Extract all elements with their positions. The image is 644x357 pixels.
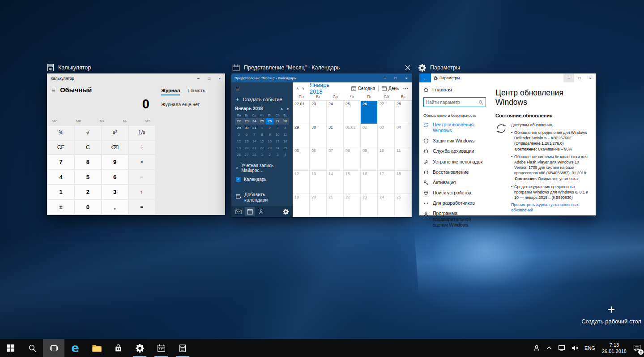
calc-key[interactable]: 4 bbox=[48, 170, 74, 185]
mini-day-cell[interactable]: 3 bbox=[273, 151, 281, 158]
day-cell[interactable]: 11 bbox=[395, 147, 412, 171]
day-cell[interactable]: 07 bbox=[327, 147, 344, 171]
settings-search-input[interactable] bbox=[426, 100, 478, 105]
mini-day-cell[interactable]: 27 bbox=[243, 151, 250, 158]
sidebar-item-home[interactable]: Главная bbox=[423, 86, 490, 94]
day-cell[interactable]: 01.02 bbox=[344, 124, 361, 147]
day-cell[interactable]: 02 bbox=[361, 124, 378, 147]
calc-key[interactable]: CE bbox=[48, 141, 74, 155]
day-cell[interactable]: 16 bbox=[361, 171, 378, 194]
mini-day-cell[interactable]: 26 bbox=[235, 151, 243, 158]
calc-key[interactable]: ÷ bbox=[129, 141, 155, 155]
mini-day-cell[interactable]: 20 bbox=[243, 145, 250, 151]
calc-key[interactable]: 6 bbox=[102, 170, 128, 185]
mini-day-cell[interactable]: 10 bbox=[273, 131, 281, 138]
day-cell[interactable]: 28 bbox=[395, 101, 412, 124]
day-cell[interactable]: 14 bbox=[327, 171, 344, 194]
mini-day-cell[interactable]: 25 bbox=[281, 145, 289, 151]
mini-day-cell[interactable]: 15 bbox=[258, 138, 266, 145]
mini-day-cell[interactable]: 9 bbox=[266, 131, 273, 138]
taskbar-store-button[interactable] bbox=[107, 339, 129, 357]
mini-day-cell[interactable]: 21 bbox=[251, 145, 258, 151]
checkbox-checked-icon[interactable]: ✓ bbox=[236, 177, 241, 182]
taskbar-calendar-button[interactable] bbox=[150, 339, 172, 357]
close-button[interactable]: × bbox=[585, 73, 596, 82]
calendar-checkbox-row[interactable]: ✓ Календарь bbox=[231, 174, 293, 185]
mini-day-cell[interactable]: 14 bbox=[251, 138, 258, 145]
more-options-icon[interactable]: ⋯ bbox=[402, 85, 408, 91]
calc-key[interactable]: + bbox=[129, 185, 155, 199]
calc-key[interactable]: ± bbox=[48, 200, 74, 215]
mini-day-cell[interactable]: 5 bbox=[235, 131, 243, 138]
calendar-view-icon[interactable] bbox=[245, 207, 255, 216]
tray-clock[interactable]: 7:13 26.01.2018 bbox=[598, 339, 630, 357]
mini-day-cell[interactable]: 8 bbox=[258, 131, 266, 138]
maximize-button[interactable]: □ bbox=[390, 73, 401, 82]
tray-people-button[interactable] bbox=[530, 339, 543, 357]
settings-search-box[interactable] bbox=[423, 97, 486, 107]
mini-day-cell[interactable]: 24 bbox=[251, 118, 258, 125]
day-cell[interactable]: 10 bbox=[378, 147, 395, 171]
mini-day-cell[interactable]: 24 bbox=[273, 145, 281, 151]
calc-key[interactable]: ⌫ bbox=[102, 141, 128, 155]
mini-day-cell[interactable]: 12 bbox=[235, 138, 243, 145]
day-cell[interactable]: 18 bbox=[395, 171, 412, 194]
calc-key[interactable]: 1 bbox=[48, 185, 74, 199]
settings-window[interactable]: ← Параметры ─ □ × Главная О bbox=[419, 73, 596, 215]
action-center-button[interactable]: 2 bbox=[630, 339, 644, 357]
mini-day-cell[interactable]: 22 bbox=[258, 145, 266, 151]
mini-day-cell[interactable]: 6 bbox=[243, 131, 250, 138]
mini-day-cell[interactable]: 30 bbox=[243, 125, 250, 131]
mini-day-cell[interactable]: 18 bbox=[281, 138, 289, 145]
minimize-button[interactable]: ─ bbox=[563, 73, 574, 82]
calc-key[interactable]: √ bbox=[75, 126, 101, 140]
day-cell[interactable]: 29 bbox=[293, 124, 310, 147]
sidebar-item-insider-program[interactable]: Программа предварительной оценки Windows bbox=[423, 208, 490, 230]
mini-day-cell[interactable]: 23 bbox=[243, 118, 250, 125]
mini-day-cell[interactable]: 4 bbox=[281, 151, 289, 158]
mini-day-cell[interactable]: 11 bbox=[281, 131, 289, 138]
day-cell[interactable]: 13 bbox=[310, 171, 327, 194]
mini-day-cell[interactable]: 26 bbox=[266, 118, 273, 125]
memory-key[interactable]: MR bbox=[76, 119, 81, 123]
month-title[interactable]: Январь 2018 bbox=[310, 82, 342, 95]
calc-key[interactable]: 1/x bbox=[129, 126, 155, 140]
day-cell[interactable]: 23 bbox=[310, 101, 327, 124]
hamburger-menu-icon[interactable]: ≡ bbox=[231, 82, 293, 94]
add-calendars-button[interactable]: Добавить календари bbox=[231, 188, 293, 206]
calc-key[interactable]: − bbox=[129, 170, 155, 185]
sidebar-item-backup[interactable]: Служба архивации bbox=[423, 146, 490, 156]
sidebar-item-recovery[interactable]: Восстановление bbox=[423, 167, 490, 177]
calc-key[interactable]: C bbox=[75, 141, 101, 155]
maximize-button[interactable]: □ bbox=[204, 73, 214, 83]
create-event-button[interactable]: + Создать событие bbox=[231, 94, 293, 106]
taskbar-search-button[interactable] bbox=[21, 339, 43, 357]
task-view-button[interactable] bbox=[43, 339, 64, 357]
mini-day-cell[interactable]: 4 bbox=[281, 125, 289, 131]
mini-day-cell[interactable]: 27 bbox=[273, 118, 281, 125]
day-cell[interactable]: 27 bbox=[378, 101, 395, 124]
day-view-button[interactable]: День bbox=[382, 86, 399, 91]
mini-day-cell[interactable]: 2 bbox=[266, 151, 273, 158]
mini-day-cell[interactable]: 22 bbox=[235, 118, 243, 125]
chevron-down-icon[interactable]: ∨ bbox=[302, 86, 305, 90]
calc-key[interactable]: 8 bbox=[75, 155, 101, 169]
day-cell[interactable]: 19 bbox=[293, 194, 310, 217]
calc-key[interactable]: x² bbox=[102, 126, 128, 140]
day-cell[interactable]: 30 bbox=[310, 124, 327, 147]
day-cell[interactable]: 03 bbox=[378, 124, 395, 147]
mini-day-cell[interactable]: 1 bbox=[258, 125, 266, 131]
gear-icon[interactable] bbox=[281, 207, 290, 216]
day-cell[interactable]: 25 bbox=[344, 101, 361, 124]
day-cell[interactable]: 17 bbox=[378, 171, 395, 194]
calc-key[interactable]: 9 bbox=[102, 155, 128, 169]
calc-key[interactable]: 7 bbox=[48, 155, 74, 169]
chevron-down-icon[interactable]: ∨ bbox=[286, 107, 289, 111]
tray-show-hidden-icons-button[interactable] bbox=[543, 339, 555, 357]
memory-key[interactable]: M- bbox=[123, 119, 127, 123]
sidebar-item-troubleshoot[interactable]: Устранение неполадок bbox=[423, 157, 490, 167]
day-cell[interactable]: 24 bbox=[378, 194, 395, 217]
tab-memory[interactable]: Память bbox=[188, 88, 205, 95]
mini-day-cell[interactable]: 2 bbox=[266, 125, 273, 131]
close-button[interactable]: × bbox=[214, 73, 225, 83]
